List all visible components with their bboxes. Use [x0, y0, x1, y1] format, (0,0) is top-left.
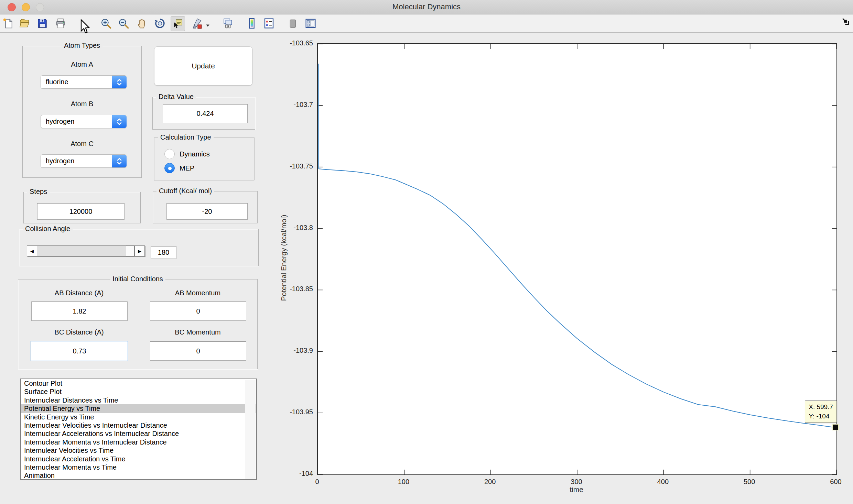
window-title: Molecular Dynamics	[0, 2, 853, 11]
list-item[interactable]: Internuclear Distances vs Time	[21, 396, 256, 404]
cutoff-title: Cutoff (Kcal/ mol)	[156, 187, 214, 195]
y-tick-label: -103.7	[255, 101, 313, 109]
bc-momentum-label: BC Momentum	[150, 328, 246, 336]
listbox-scrollbar[interactable]	[245, 380, 256, 480]
dynamics-radio[interactable]	[164, 149, 175, 159]
mep-radio-row[interactable]: MEP	[164, 163, 194, 173]
popup-chevrons-icon	[112, 115, 127, 128]
x-tick-label: 500	[734, 478, 765, 486]
steps-title: Steps	[27, 188, 50, 196]
atom-c-popup[interactable]: hydrogen	[41, 154, 127, 168]
figure-toolbar	[0, 14, 853, 33]
data-cursor-icon[interactable]	[171, 16, 185, 31]
collision-angle-slider[interactable]: ◀ ▶	[27, 245, 145, 256]
list-item[interactable]: Potential Energy vs Time	[21, 404, 256, 413]
ab-distance-field[interactable]: 1.82	[31, 302, 128, 321]
initial-conditions-title: Initial Conditions	[110, 275, 165, 283]
data-tip-y: Y: -104	[809, 412, 833, 421]
list-item[interactable]: Animation	[21, 471, 256, 480]
delta-value-title: Delta Value	[156, 93, 196, 101]
collision-angle-field[interactable]: 180	[151, 246, 176, 259]
insert-colorbar-icon[interactable]	[245, 16, 259, 31]
insert-legend-icon[interactable]	[262, 16, 276, 31]
atom-a-popup[interactable]: fluorine	[41, 75, 127, 89]
y-tick-label: -103.75	[255, 162, 313, 170]
zoom-out-icon[interactable]	[117, 16, 130, 31]
link-plot-icon[interactable]	[221, 16, 235, 31]
atom-c-label: Atom C	[23, 140, 141, 148]
ab-momentum-field[interactable]: 0	[150, 302, 246, 321]
slider-left-arrow[interactable]: ◀	[27, 246, 37, 256]
potential-energy-line[interactable]	[319, 64, 836, 428]
x-tick-label: 400	[647, 478, 678, 486]
figure-window: Molecular Dynamics	[0, 0, 853, 504]
collision-angle-title: Collision Angle	[23, 225, 73, 233]
dynamics-radio-label: Dynamics	[180, 150, 210, 158]
atom-b-value: hydrogen	[41, 118, 112, 125]
atom-types-panel: Atom Types Atom A fluorine Atom B hydrog…	[22, 46, 142, 178]
dynamics-radio-row[interactable]: Dynamics	[164, 149, 210, 159]
save-figure-icon[interactable]	[35, 16, 49, 31]
list-item[interactable]: Surface Plot	[21, 387, 256, 396]
cutoff-field[interactable]: -20	[166, 203, 248, 220]
rotate-3d-icon[interactable]	[153, 16, 167, 31]
list-item[interactable]: Internuclear Momenta vs Time	[21, 463, 256, 471]
x-tick-label: 600	[820, 478, 851, 486]
list-item[interactable]: Kinetic Energy vs Time	[21, 413, 256, 421]
atom-types-title: Atom Types	[62, 42, 102, 50]
y-tick-label: -103.65	[255, 39, 313, 47]
x-axis-label: time	[551, 485, 602, 494]
bc-distance-label: BC Distance (A)	[31, 328, 127, 336]
atom-b-popup[interactable]: hydrogen	[41, 115, 127, 128]
data-tip-marker[interactable]	[832, 424, 839, 430]
open-file-icon[interactable]	[18, 16, 31, 31]
slider-track[interactable]	[37, 246, 134, 256]
calculation-type-panel: Calculation Type Dynamics MEP	[154, 138, 255, 180]
list-item[interactable]: Internulear Velocities vs Time	[21, 446, 256, 454]
x-tick-label: 100	[388, 478, 419, 486]
update-button[interactable]: Update	[154, 46, 252, 86]
list-item[interactable]: Internuclear Acceleration vs Time	[21, 455, 256, 463]
brush-icon[interactable]	[190, 16, 203, 31]
mep-radio[interactable]	[164, 163, 175, 173]
dock-figure-icon[interactable]	[841, 17, 850, 26]
mep-radio-label: MEP	[180, 164, 194, 172]
delta-value-field[interactable]: 0.424	[163, 104, 248, 123]
list-item[interactable]: Internuclear Velocities vs Internuclear …	[21, 421, 256, 429]
plot-type-list: Contour PlotSurface PlotInternuclear Dis…	[21, 379, 256, 480]
hide-plot-tools-icon[interactable]	[286, 16, 300, 31]
ab-distance-label: AB Distance (A)	[31, 289, 127, 297]
bc-momentum-field[interactable]: 0	[150, 341, 246, 361]
print-figure-icon[interactable]	[54, 16, 67, 31]
data-tip[interactable]: X: 599.7 Y: -104	[805, 401, 837, 423]
ab-momentum-label: AB Momentum	[150, 289, 246, 297]
list-item[interactable]: Contour Plot	[21, 379, 256, 387]
slider-right-arrow[interactable]: ▶	[134, 246, 144, 256]
x-tick-label: 300	[561, 478, 592, 486]
zoom-in-icon[interactable]	[99, 16, 113, 31]
x-tick-label: 0	[302, 478, 333, 486]
slider-thumb[interactable]	[126, 245, 134, 256]
atom-a-value: fluorine	[41, 78, 112, 86]
pan-icon[interactable]	[136, 16, 149, 31]
popup-chevrons-icon	[112, 76, 127, 88]
list-item[interactable]: Internuclear Momenta vs Internuclear Dis…	[21, 438, 256, 446]
x-tick-label: 200	[475, 478, 506, 486]
steps-field[interactable]: 120000	[37, 203, 125, 220]
popup-chevrons-icon	[112, 155, 127, 167]
title-bar: Molecular Dynamics	[0, 0, 853, 14]
cutoff-panel: Cutoff (Kcal/ mol) -20	[153, 191, 258, 223]
initial-conditions-panel: Initial Conditions AB Distance (A) AB Mo…	[18, 279, 258, 369]
y-tick-label: -104	[255, 470, 313, 478]
brush-menu-arrow-icon[interactable]	[206, 23, 210, 27]
list-item[interactable]: Internuclear Accelerations vs Internucle…	[21, 429, 256, 438]
mouse-cursor-icon	[80, 19, 90, 34]
bc-distance-field[interactable]: 0.73	[31, 341, 128, 361]
show-plot-tools-icon[interactable]	[304, 16, 317, 31]
new-figure-icon[interactable]	[1, 16, 15, 31]
potential-energy-plot[interactable]	[317, 43, 837, 475]
atom-c-value: hydrogen	[41, 157, 112, 165]
plot-canvas	[318, 44, 836, 474]
plot-type-listbox[interactable]: Contour PlotSurface PlotInternuclear Dis…	[20, 379, 257, 480]
collision-angle-panel: Collision Angle ◀ ▶ 180	[19, 229, 259, 266]
